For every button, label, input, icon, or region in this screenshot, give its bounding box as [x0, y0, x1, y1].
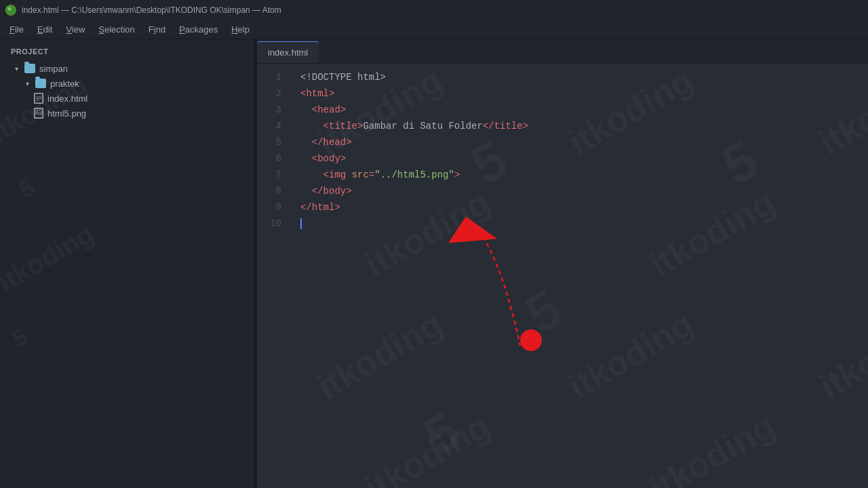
line-num-10: 10	[257, 216, 281, 232]
window-title: index.html — C:\Users\mwanm\Desktop\ITKO…	[22, 5, 281, 15]
folder-icon-praktek	[35, 79, 46, 88]
app-icon	[5, 5, 16, 16]
code-line-10	[300, 216, 857, 232]
file-label-html5-png: html5.png	[47, 108, 86, 119]
annotation-arrow	[412, 210, 588, 359]
menu-packages[interactable]: Packages	[172, 22, 224, 37]
menu-view[interactable]: View	[59, 22, 92, 37]
tab-bar: index.html	[257, 39, 868, 64]
editor-area: index.html itkoding itkoding itkoding it…	[257, 39, 868, 488]
sidebar: itkoding 5 itkoding 5 Project ▾ simpan ▾…	[0, 39, 254, 488]
code-line-4: <title>Gambar di Satu Folder</title>	[300, 118, 857, 134]
svg-point-1	[8, 7, 12, 10]
tree-item-index-html[interactable]: index.html	[0, 91, 254, 106]
svg-rect-7	[36, 110, 42, 115]
menubar: File Edit View Selection Find Packages H…	[0, 20, 868, 39]
folder-icon-simpan	[24, 64, 35, 73]
red-circle-indicator	[520, 329, 542, 351]
menu-find[interactable]: Find	[142, 22, 172, 37]
file-label-index-html: index.html	[47, 94, 87, 104]
code-line-6: <body>	[300, 150, 857, 167]
line-num-9: 9	[257, 199, 281, 216]
project-header: Project	[0, 39, 254, 61]
menu-file[interactable]: File	[3, 22, 31, 37]
line-num-4: 4	[257, 118, 281, 134]
line-num-5: 5	[257, 134, 281, 150]
code-line-9: </html>	[300, 199, 857, 216]
sidebar-watermark-2: 5	[14, 174, 39, 203]
menu-selection[interactable]: Selection	[92, 22, 141, 37]
code-container[interactable]: itkoding itkoding itkoding itkoding itko…	[257, 64, 868, 488]
svg-point-0	[6, 5, 16, 15]
tree-item-html5-png[interactable]: html5.png	[0, 106, 254, 121]
folder-label-praktek: praktek	[50, 79, 79, 89]
svg-rect-2	[35, 94, 43, 103]
line-num-6: 6	[257, 150, 281, 167]
line-num-8: 8	[257, 183, 281, 199]
code-line-2: <html>	[300, 85, 857, 102]
tree-arrow-praktek: ▾	[22, 78, 33, 89]
tab-label-index-html: index.html	[268, 47, 308, 58]
file-icon-html	[34, 93, 43, 104]
menu-help[interactable]: Help	[224, 22, 256, 37]
tree-item-simpan[interactable]: ▾ simpan	[0, 61, 254, 76]
line-num-1: 1	[257, 69, 281, 85]
code-editor[interactable]: <!DOCTYPE html> <html> <head> <title>Gam…	[290, 64, 868, 488]
sidebar-watermark-3: itkoding	[0, 218, 99, 298]
titlebar: index.html — C:\Users\mwanm\Desktop\ITKO…	[0, 0, 868, 20]
code-line-3: <head>	[300, 102, 857, 118]
menu-edit[interactable]: Edit	[31, 22, 59, 37]
line-num-2: 2	[257, 85, 281, 102]
line-num-3: 3	[257, 102, 281, 118]
main-layout: itkoding 5 itkoding 5 Project ▾ simpan ▾…	[0, 39, 868, 488]
code-line-5: </head>	[300, 134, 857, 150]
code-line-7: <img src="../html5.png">	[300, 167, 857, 183]
file-icon-png	[34, 108, 43, 119]
code-line-1: <!DOCTYPE html>	[300, 69, 857, 85]
code-line-8: </body>	[300, 183, 857, 199]
tree-arrow-simpan: ▾	[11, 63, 22, 74]
tree-item-praktek[interactable]: ▾ praktek	[0, 76, 254, 91]
sidebar-watermark-4: 5	[7, 323, 33, 352]
folder-label-simpan: simpan	[39, 64, 68, 74]
line-num-7: 7	[257, 167, 281, 183]
tab-index-html[interactable]: index.html	[257, 41, 319, 63]
line-numbers: 1 2 3 4 5 6 7 8 9 10	[257, 64, 290, 488]
